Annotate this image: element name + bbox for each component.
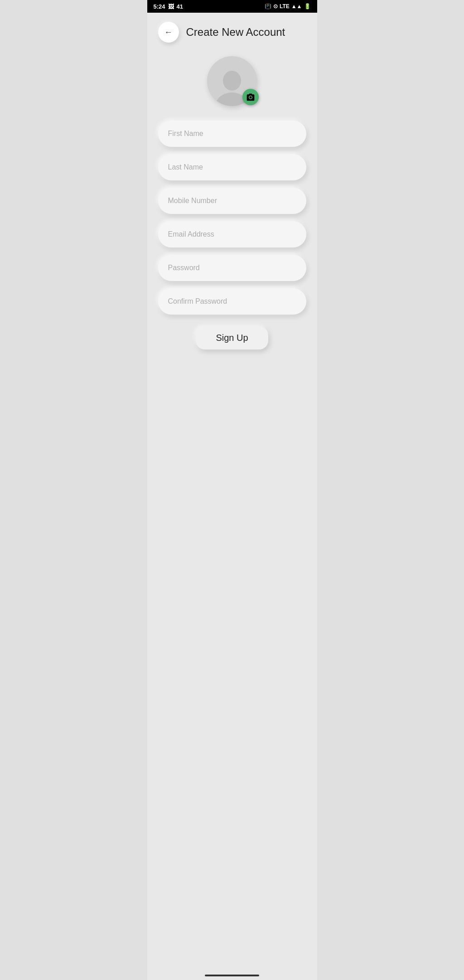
camera-button[interactable] xyxy=(242,89,259,105)
notification-badge: 41 xyxy=(177,3,183,10)
confirm-password-input[interactable] xyxy=(158,288,306,315)
header: ← Create New Account xyxy=(158,22,306,43)
first-name-input[interactable] xyxy=(158,121,306,147)
page-title: Create New Account xyxy=(186,26,285,39)
status-left: 5:24 🖼 41 xyxy=(154,3,184,10)
status-right: 📳 ⊙ LTE ▲▲ 🔋 xyxy=(265,3,311,10)
mobile-number-input[interactable] xyxy=(158,188,306,214)
signal-icon: ▲▲ xyxy=(291,3,302,10)
vibrate-icon: 📳 xyxy=(265,3,271,10)
avatar-container xyxy=(207,56,257,106)
lte-label: LTE xyxy=(280,3,290,10)
battery-icon: 🔋 xyxy=(304,3,311,10)
last-name-input[interactable] xyxy=(158,154,306,180)
signup-button[interactable]: Sign Up xyxy=(196,326,268,349)
photo-icon: 🖼 xyxy=(168,3,174,10)
form-container: Sign Up xyxy=(158,121,306,349)
svg-point-0 xyxy=(223,71,241,91)
home-indicator xyxy=(205,975,259,976)
svg-point-2 xyxy=(250,96,252,98)
password-input[interactable] xyxy=(158,255,306,281)
camera-icon xyxy=(246,92,255,102)
back-arrow-icon: ← xyxy=(164,28,173,37)
email-address-input[interactable] xyxy=(158,221,306,247)
wifi-icon: ⊙ xyxy=(273,3,278,10)
back-button[interactable]: ← xyxy=(158,22,179,43)
main-content: ← Create New Account Sign Up xyxy=(147,13,317,980)
status-time: 5:24 xyxy=(154,3,165,10)
status-bar: 5:24 🖼 41 📳 ⊙ LTE ▲▲ 🔋 xyxy=(147,0,317,13)
